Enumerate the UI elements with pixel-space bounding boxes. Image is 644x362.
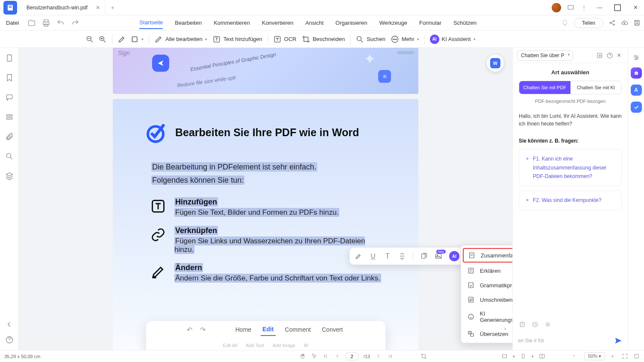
mode-chat-ai[interactable]: Chatten Sie mit KI [570,81,622,94]
intro-line-1: Die Bearbeitung in PDFelement ist sehr e… [151,162,317,172]
nav-ansicht[interactable]: Ansicht [305,17,323,29]
lightbulb-icon[interactable] [561,19,569,27]
add-text-button[interactable]: Text hinzufügen [212,35,262,44]
fullscreen-icon[interactable] [622,353,628,359]
nav-kommentieren[interactable]: Kommentieren [214,17,250,29]
doc-star-icon: ✦ [364,50,376,67]
attachments-icon[interactable] [5,132,14,141]
maximize-window-button[interactable] [612,2,623,14]
ocr-button[interactable]: OCR [273,35,297,44]
zoom-out-icon[interactable] [85,35,94,44]
ai-check-button[interactable] [631,102,642,113]
close-tab-icon[interactable]: ✕ [94,4,101,11]
text-style-icon[interactable] [384,252,391,260]
ai-settings-icon[interactable] [544,321,551,328]
file-menu[interactable]: Datei [3,20,21,26]
thumbnails-icon[interactable] [5,54,14,62]
fit-page-icon[interactable] [633,353,640,359]
convert-to-word-button[interactable]: W [487,55,504,72]
highlighter-icon[interactable] [118,35,126,44]
print-icon[interactable] [42,19,50,27]
select-tool-icon[interactable] [311,353,318,359]
ai-menu-grammar[interactable]: Grammatikprüfung [461,278,512,292]
page-number-input[interactable] [346,353,359,360]
nav-formular[interactable]: Formular [419,17,441,29]
nav-schuetzen[interactable]: Schützen [453,17,476,29]
undo-icon[interactable] [56,19,65,27]
svg-point-20 [394,39,395,40]
single-page-icon[interactable] [520,353,526,359]
kebab-menu-icon[interactable]: ⋮ [580,4,588,11]
new-tab-button[interactable]: ＋ [105,0,121,15]
nav-werkzeuge[interactable]: Werkzeuge [379,17,408,29]
copy-text-icon[interactable] [420,252,428,260]
mode-chat-pdf[interactable]: Chatten Sie mit PDF [519,81,570,94]
comments-icon[interactable] [5,93,14,102]
zoom-in-icon[interactable] [98,35,107,44]
pdf-page-2[interactable]: Bearbeiten Sie Ihre PDF wie in Word Die … [113,99,418,350]
nav-bearbeiten[interactable]: Bearbeiten [175,17,202,29]
first-page-icon[interactable] [323,353,329,359]
message-icon[interactable] [567,4,574,11]
open-icon[interactable] [27,19,36,27]
search-panel-icon[interactable] [5,152,14,161]
cloud-upload-icon[interactable] [621,19,628,26]
suggestion-1[interactable]: ✦ F1. Kann ich eine Inhaltszusammenfassu… [519,149,622,186]
ai-menu-summarize[interactable]: Zusammenfassen [463,248,512,263]
collapse-sidebar-icon[interactable] [5,320,14,329]
feature-1-desc: Fügen Sie Text, Bilder und Formen zu PDF… [174,208,339,217]
fields-icon[interactable] [5,113,14,121]
ai-menu-explain[interactable]: Erklären [461,263,512,278]
zoom-out-status-icon[interactable]: − [573,353,579,359]
last-page-icon[interactable] [387,353,393,359]
ai-context-button[interactable]: AI [449,251,459,261]
redo-icon[interactable] [71,19,79,27]
zoom-in-status-icon[interactable]: ＋ [610,353,617,359]
ai-translate-button[interactable]: A [631,85,642,96]
more-button[interactable]: Mehr ▾ [391,35,419,44]
highlight-tool-icon[interactable] [355,252,362,260]
svg-rect-2 [9,7,12,8]
minimize-window-button[interactable]: — [594,2,606,14]
ai-robot-button[interactable] [631,67,642,79]
close-panel-icon[interactable]: ✕ [617,52,623,59]
nav-organisieren[interactable]: Organisieren [335,17,367,29]
strikethrough-icon[interactable] [398,252,406,260]
read-mode-icon[interactable] [539,353,545,359]
crop-button[interactable]: Beschneiden [302,35,345,44]
properties-icon[interactable] [632,54,640,61]
canvas-expand-icon[interactable]: › [500,324,510,333]
share-button[interactable]: Teilen [574,18,603,28]
ai-panel-dropdown[interactable]: Chatten Sie über P [517,50,573,61]
edit-all-button[interactable]: Alle bearbeiten ▾ [154,35,207,44]
fit-width-icon[interactable] [501,353,508,359]
nav-startseite[interactable]: Startseite [139,17,163,29]
save-icon[interactable] [633,19,641,26]
send-icon[interactable] [614,336,623,345]
ai-assistant-button[interactable]: AI KI Assistent ▾ [430,35,476,44]
panel-help-icon[interactable] [606,52,613,59]
crop-view-icon[interactable] [421,353,427,359]
hand-tool-icon[interactable] [300,353,306,359]
ai-input-field[interactable]: en Sie # für [518,338,611,344]
close-window-button[interactable]: ✕ [629,2,641,14]
shape-dropdown[interactable]: ▾ [130,35,144,44]
search-button[interactable]: Suchen [356,35,385,44]
next-page-icon[interactable] [375,353,382,359]
bookmarks-icon[interactable] [5,73,14,82]
help-icon[interactable] [5,336,14,344]
nav-konvertieren[interactable]: Konvertieren [262,17,294,29]
document-tab[interactable]: Benutzerhandbuch-win.pdf ✕ [21,0,105,15]
ai-history-icon[interactable] [532,321,538,328]
expand-panel-icon[interactable] [596,52,603,59]
user-avatar[interactable] [552,3,561,12]
layers-icon[interactable] [5,172,14,180]
suggestion-2[interactable]: ✦ F2. Was sind die Kernpunkte? [519,190,622,210]
underline-tool-icon[interactable] [369,252,377,260]
zoom-level-dropdown[interactable]: 50% ▾ [584,352,605,360]
share-graph-icon[interactable] [609,19,616,26]
ai-attach-icon[interactable] [519,321,526,328]
prev-page-icon[interactable] [334,353,341,359]
ai-menu-rewrite[interactable]: Umschreiben [461,292,512,307]
image-tool-icon[interactable]: New [435,252,442,260]
